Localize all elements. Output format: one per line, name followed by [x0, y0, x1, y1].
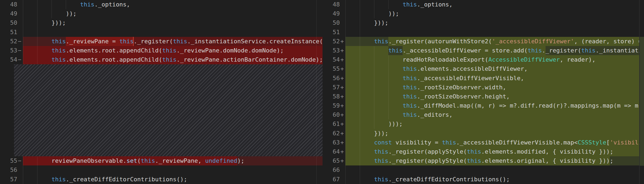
code-line[interactable]: 63+const visibility = this._accessibleDi…	[323, 138, 639, 147]
modified-editor-pane[interactable]: 48this._options,49));50}));5152+this._re…	[323, 0, 644, 184]
overview-ruler[interactable]	[639, 0, 644, 184]
line-number[interactable]: 58	[323, 92, 340, 101]
line-number[interactable]	[0, 129, 17, 138]
code-line[interactable]: 50}));	[0, 18, 323, 27]
code-line[interactable]: 60+this._editors,	[323, 110, 639, 119]
gutter[interactable]: 50	[323, 18, 345, 27]
line-number[interactable]	[0, 147, 17, 156]
gutter[interactable]	[0, 129, 23, 138]
code-line[interactable]: 62+}));	[323, 129, 639, 138]
line-number[interactable]: 54	[0, 55, 17, 64]
line-number[interactable]: 64	[323, 147, 340, 156]
line-number[interactable]: 57	[0, 175, 17, 184]
gutter[interactable]: 59+	[323, 101, 345, 110]
code-line[interactable]: 57this._createDiffEditorContributions();	[0, 175, 323, 184]
line-number[interactable]: 48	[0, 0, 17, 9]
line-number[interactable]: 62	[323, 129, 340, 138]
code-line[interactable]: 59+this._diffModel.map((m, r) => m?.diff…	[323, 101, 639, 110]
code-line[interactable]: 52+this._register(autorunWithStore2('_ac…	[323, 37, 639, 46]
gutter[interactable]: 53+	[323, 46, 345, 55]
gutter[interactable]: 48	[323, 0, 345, 9]
code-line[interactable]: 55−reviewPaneObservable.set(this._review…	[0, 156, 323, 165]
gutter[interactable]	[0, 138, 23, 147]
line-number[interactable]: 66	[323, 165, 340, 175]
line-number[interactable]	[0, 74, 17, 83]
code-line[interactable]: 61+)));	[323, 119, 639, 129]
gutter[interactable]: 63+	[323, 138, 345, 147]
code-line[interactable]: 48this._options,	[0, 0, 323, 9]
gutter[interactable]: 52−	[0, 37, 23, 46]
line-number[interactable]: 59	[323, 101, 340, 110]
code-line[interactable]: 55+this.elements.accessibleDiffViewer,	[323, 64, 639, 73]
line-number[interactable]: 48	[323, 0, 340, 9]
gutter[interactable]: 61+	[323, 119, 345, 129]
line-number[interactable]	[0, 110, 17, 119]
line-number[interactable]: 55	[323, 64, 340, 73]
code-line[interactable]: 56	[0, 165, 323, 175]
gutter[interactable]: 66	[323, 165, 345, 175]
gutter[interactable]: 53−	[0, 46, 23, 55]
code-line[interactable]: 53−this.elements.root.appendChild(this._…	[0, 46, 323, 55]
line-number[interactable]: 60	[323, 110, 340, 119]
gutter[interactable]	[0, 83, 23, 92]
code-line[interactable]: 52−this._reviewPane = this._register(thi…	[0, 37, 323, 46]
code-line[interactable]: 50}));	[323, 18, 639, 27]
gutter[interactable]: 55+	[323, 64, 345, 73]
line-number[interactable]: 67	[323, 175, 340, 184]
code-line[interactable]: 51	[0, 28, 323, 37]
original-editor-pane[interactable]: 48this._options,49));50}));5152−this._re…	[0, 0, 323, 184]
line-number[interactable]	[0, 92, 17, 101]
gutter[interactable]: 57	[0, 175, 23, 184]
line-number[interactable]: 57	[323, 83, 340, 92]
gutter[interactable]	[0, 119, 23, 129]
code-line[interactable]: 51	[323, 28, 639, 37]
gutter[interactable]: 54+	[323, 55, 345, 64]
line-number[interactable]	[0, 83, 17, 92]
code-line[interactable]: 66	[323, 165, 639, 175]
line-number[interactable]	[0, 101, 17, 110]
line-number[interactable]: 53	[0, 46, 17, 55]
line-number[interactable]: 63	[323, 138, 340, 147]
gutter[interactable]: 64+	[323, 147, 345, 156]
line-number[interactable]: 51	[323, 28, 340, 37]
line-number[interactable]: 53	[323, 46, 340, 55]
gutter[interactable]: 48	[0, 0, 23, 9]
gutter[interactable]: 65+	[323, 156, 345, 165]
gutter[interactable]: 62+	[323, 129, 345, 138]
gutter[interactable]: 51	[0, 28, 23, 37]
line-number[interactable]: 65	[323, 156, 340, 165]
code-line[interactable]: 54−this.elements.root.appendChild(this._…	[0, 55, 323, 64]
code-line[interactable]: 48this._options,	[323, 0, 639, 9]
line-number[interactable]: 61	[323, 119, 340, 129]
code-line[interactable]: 53+this._accessibleDiffViewer = store.ad…	[323, 46, 639, 55]
gutter[interactable]	[0, 147, 23, 156]
code-line[interactable]: 57+this._rootSizeObserver.width,	[323, 83, 639, 92]
gutter[interactable]: 49	[0, 9, 23, 18]
code-line[interactable]: 49));	[323, 9, 639, 18]
gutter[interactable]: 56	[0, 165, 23, 175]
gutter[interactable]: 57+	[323, 83, 345, 92]
line-number[interactable]	[0, 138, 17, 147]
line-number[interactable]	[0, 64, 17, 73]
line-number[interactable]: 56	[323, 74, 340, 83]
line-number[interactable]: 50	[323, 18, 340, 27]
code-line[interactable]: 67this._createDiffEditorContributions();	[323, 175, 639, 184]
line-number[interactable]: 50	[0, 18, 17, 27]
gutter[interactable]: 67	[323, 175, 345, 184]
line-number[interactable]: 56	[0, 165, 17, 175]
code-line[interactable]: 64+this._register(applyStyle(this.elemen…	[323, 147, 639, 156]
gutter[interactable]	[0, 64, 23, 73]
gutter[interactable]	[0, 101, 23, 110]
gutter[interactable]: 58+	[323, 92, 345, 101]
gutter[interactable]: 51	[323, 28, 345, 37]
line-number[interactable]: 52	[0, 37, 17, 46]
line-number[interactable]: 52	[323, 37, 340, 46]
gutter[interactable]: 49	[323, 9, 345, 18]
gutter[interactable]	[0, 110, 23, 119]
gutter[interactable]: 50	[0, 18, 23, 27]
gutter[interactable]	[0, 74, 23, 83]
gutter[interactable]: 54−	[0, 55, 23, 64]
code-line[interactable]: 54+readHotReloadableExport(AccessibleDif…	[323, 55, 639, 64]
code-line[interactable]: 49));	[0, 9, 323, 18]
line-number[interactable]	[0, 119, 17, 129]
